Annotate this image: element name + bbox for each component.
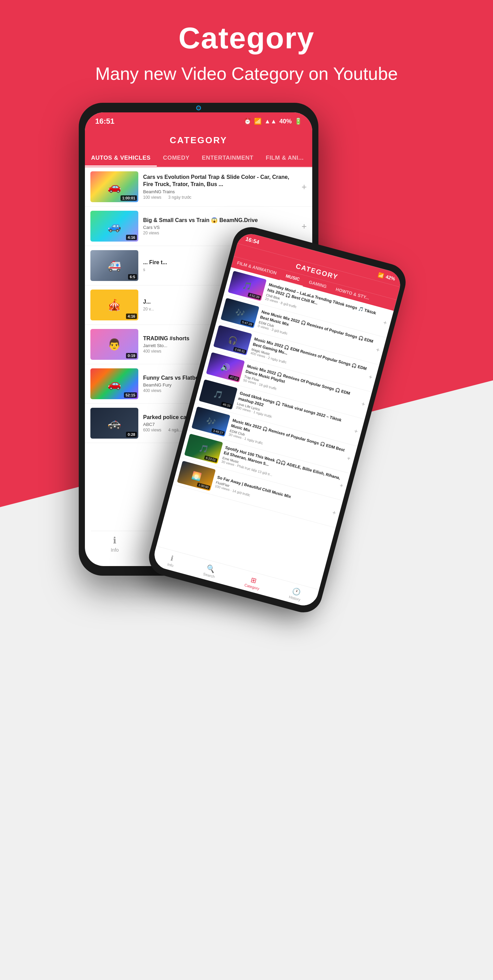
video-channel-1: Cars VS <box>143 225 299 230</box>
tab-autos[interactable]: AUTOS & VEHICLES <box>85 150 157 167</box>
status-bar-main: 16:51 ⏰ 📶 ▲▲ 40% 🔋 <box>85 112 312 130</box>
time-main: 16:51 <box>95 117 114 126</box>
video-thumb-2-5: 🎶 3:49:27 <box>191 406 230 437</box>
video-views-3: 20 v... <box>143 307 154 312</box>
video-channel-0: BeamNG Trains <box>143 189 299 194</box>
duration-3: 4:16 <box>126 313 137 319</box>
time-second: 16:54 <box>245 236 260 245</box>
video-thumb-2-3: 🔊 47:12 <box>206 352 245 383</box>
video-views-0: 100 views <box>143 195 161 200</box>
hero-subtitle: Many new Video Category on Youtube <box>0 64 493 84</box>
duration-5: 52:15 <box>124 392 137 398</box>
info-icon-2: ℹ <box>170 554 174 562</box>
video-thumb-2-2: 🎧 2:08:31 <box>213 325 252 356</box>
video-views-5: 400 views <box>143 388 161 393</box>
video-thumb-5: 🚗 52:15 <box>90 368 138 399</box>
add-btn-2-2[interactable]: + <box>368 373 373 381</box>
wifi-icon-2: 📶 <box>377 272 385 278</box>
video-views-6: 600 views <box>143 428 161 433</box>
nav-search-2[interactable]: 🔍 Search <box>203 563 218 579</box>
video-meta-0: 100 views 3 ngày trước <box>143 195 299 200</box>
video-thumb-3: 🎪 4:16 <box>90 290 138 320</box>
alarm-icon: ⏰ <box>244 118 251 125</box>
duration-1: 4:16 <box>126 235 137 240</box>
video-item-main-0[interactable]: 🚗 1:00:01 Cars vs Evolution Portal Trap … <box>85 167 312 207</box>
video-thumb-2-6: 🎵 6:23:01 <box>184 433 223 464</box>
add-btn-2-0[interactable]: + <box>382 319 388 327</box>
battery-second: 42% <box>385 274 396 282</box>
video-info-0: Cars vs Evolution Portal Trap & Slide Co… <box>143 174 299 200</box>
tab-entertainment[interactable]: ENTERTAINMENT <box>196 150 260 167</box>
nav-history-2[interactable]: 🕐 History <box>289 586 303 602</box>
nav-info[interactable]: ℹ Info <box>111 535 119 553</box>
video-time-0: 3 ngày trước <box>168 195 191 200</box>
status-icons-second: 📶 42% <box>377 272 396 282</box>
video-thumb-2-7: 🌅 1:00:00 <box>177 461 216 492</box>
history-icon-2: 🕐 <box>291 586 302 597</box>
add-btn-2-3[interactable]: + <box>360 400 366 408</box>
info-icon: ℹ <box>113 535 116 546</box>
wifi-icon: 📶 <box>254 118 262 125</box>
signal-icon: ▲▲ <box>264 118 277 125</box>
search-icon-2: 🔍 <box>206 563 216 574</box>
hero-title: Category <box>0 21 493 56</box>
video-thumb-2: 🚑 6:5 <box>90 250 138 281</box>
video-thumb-2-4: 🎵 46:33 <box>198 379 237 410</box>
battery-icon: 🔋 <box>295 118 302 125</box>
battery-main: 40% <box>279 118 292 125</box>
tab-film[interactable]: FILM & ANI... <box>260 150 310 167</box>
video-thumb-1: 🚙 4:16 <box>90 211 138 242</box>
video-views-4: 400 views <box>143 349 161 354</box>
nav-info-label: Info <box>111 547 119 553</box>
video-thumb-0: 🚗 1:00:01 <box>90 171 138 202</box>
add-btn-2-1[interactable]: + <box>375 346 381 354</box>
duration-4: 0:19 <box>126 353 137 358</box>
camera-main <box>196 105 201 110</box>
video-views-2: s <box>143 267 145 272</box>
add-btn-2-6[interactable]: + <box>339 482 344 490</box>
video-thumb-4: 👨 0:19 <box>90 329 138 360</box>
add-btn-2-7[interactable]: + <box>331 509 337 517</box>
notch-main <box>171 103 226 112</box>
duration-0: 1:00:01 <box>120 195 137 201</box>
app-header-main: CATEGORY <box>85 130 312 150</box>
category-icon-2: ⊞ <box>250 575 258 585</box>
video-title-0: Cars vs Evolution Portal Trap & Slide Co… <box>143 174 299 188</box>
status-icons-main: ⏰ 📶 ▲▲ 40% 🔋 <box>244 118 302 125</box>
tab-bar-main[interactable]: AUTOS & VEHICLES COMEDY ENTERTAINMENT FI… <box>85 150 312 167</box>
duration-2: 6:5 <box>128 274 137 280</box>
video-title-1: Big & Small Cars vs Train 😱 BeamNG.Drive <box>143 217 299 224</box>
nav-info-2[interactable]: ℹ Info <box>167 554 177 568</box>
add-btn-2-5[interactable]: + <box>346 455 352 463</box>
video-thumb-6: 🚓 0:28 <box>90 408 138 439</box>
video-views-1: 20 views <box>143 231 159 235</box>
add-btn-0[interactable]: + <box>302 181 307 192</box>
app-header-text-main: CATEGORY <box>170 135 227 145</box>
tab-comedy[interactable]: COMEDY <box>157 150 196 167</box>
duration-6: 0:28 <box>126 432 137 437</box>
video-time-6: 4 ngà... <box>168 428 182 433</box>
nav-category-2[interactable]: ⊞ Category <box>244 574 262 590</box>
nav-info-label-2: Info <box>167 562 174 568</box>
video-thumb-2-1: 🎶 5:47:28 <box>220 298 259 328</box>
add-btn-2-4[interactable]: + <box>354 428 359 436</box>
add-btn-1[interactable]: + <box>302 221 307 232</box>
